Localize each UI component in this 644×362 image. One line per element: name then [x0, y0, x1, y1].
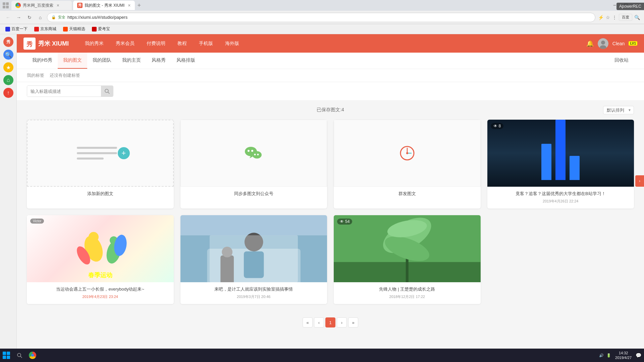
sort-dropdown-wrap: 默认排列 [603, 106, 634, 114]
card-add-info: 添加新的图文 [27, 187, 174, 201]
search-icon[interactable]: 🔍 [634, 15, 640, 20]
science-svg [180, 215, 327, 282]
start-sq-1 [3, 352, 6, 355]
grid-area: 已保存图文:4 默认排列 [17, 100, 644, 362]
ext-icon-share[interactable]: ↑ [3, 88, 13, 98]
ext-icon-bookmark[interactable]: ★ [3, 62, 13, 72]
taskbar-search[interactable] [14, 351, 25, 359]
add-line-3 [77, 158, 104, 160]
app-nav: 我的秀米 秀米会员 付费说明 教程 手机版 海外版 [79, 34, 586, 53]
taskbar-system-icons: 🔊 🔋 [599, 353, 611, 358]
tab-h5[interactable]: 我的H5秀 [27, 53, 58, 69]
card-group-send[interactable]: 群发图文 [334, 120, 481, 208]
wechat-icon [244, 145, 264, 162]
bookmark-baidu[interactable]: 百度一下 [4, 25, 29, 33]
ext-icon-1[interactable]: 秀 [3, 37, 13, 47]
search-input-wrap [27, 85, 113, 97]
taskbar-notification-icon[interactable]: 💬 [636, 353, 641, 358]
start-sq-2 [7, 352, 10, 355]
tab-style[interactable]: 风格秀 [146, 53, 171, 69]
bookmark-jd[interactable]: 京东商城 [33, 25, 58, 33]
content-tabs: 我的H5秀 我的图文 我的团队 我的主页 风格秀 风格排版 回收站 [17, 53, 644, 69]
chart-bar-3 [570, 156, 580, 180]
tmail-icon [63, 27, 68, 32]
home-button[interactable]: ⌂ [36, 13, 44, 21]
taskbar-chrome-center [31, 354, 34, 357]
back-button[interactable]: ← [4, 13, 12, 21]
lightning-icon[interactable]: ⚡ [598, 15, 604, 20]
page-last[interactable]: » [348, 317, 358, 327]
address-text[interactable]: https://xiumi.us/#/studio/papers [67, 15, 591, 20]
card-plant[interactable]: 👁 54 先锋人物 | 王楚楚的成长之路 2018年12月2日 17:22 [334, 215, 481, 304]
sports-bg: 春季运动 [27, 215, 174, 282]
address-bar[interactable]: 🔒 安全 https://xiumi.us/#/studio/papers [47, 13, 595, 22]
card-science[interactable]: 来吧，是计工人就应该到实验室搞搞事情 2019年3月7日 20:46 [180, 215, 327, 304]
sort-dropdown[interactable]: 默认排列 [603, 106, 634, 114]
taskbar-chrome[interactable] [26, 350, 39, 360]
tab-profile[interactable]: 我的主页 [117, 53, 146, 69]
taskbar-search-icon [17, 353, 22, 358]
plant-svg [334, 215, 481, 282]
baidu-search-button[interactable]: 百度 [619, 14, 632, 21]
tab-team[interactable]: 我的团队 [87, 53, 117, 69]
nav-payment[interactable]: 付费说明 [141, 34, 171, 53]
search-input[interactable] [27, 86, 101, 97]
right-float-tab[interactable]: › [635, 175, 644, 187]
browser-tab-2[interactable]: 秀 我的图文 - 秀米 XIUMI × [73, 1, 135, 10]
page-next[interactable]: › [337, 317, 347, 327]
svg-rect-26 [180, 235, 327, 282]
star-icon[interactable]: ☆ [606, 15, 610, 20]
bookmark-kaokao[interactable]: 爱考宝 [91, 25, 111, 33]
refresh-button[interactable]: ↻ [25, 13, 34, 21]
user-avatar[interactable] [598, 38, 608, 49]
bookmark-icon[interactable]: ⋮ [612, 15, 617, 20]
tab-1-close[interactable]: × [57, 3, 59, 8]
bookmark-baidu-label: 百度一下 [11, 26, 28, 32]
card-science-date: 2019年3月7日 20:46 [185, 294, 323, 299]
tab-ranking[interactable]: 风格排版 [171, 53, 201, 69]
browser-tab-1[interactable]: 秀米网_百度搜索 × [11, 1, 72, 10]
card-sports[interactable]: 春季运动 Victor 当运动会遇上五一小长假，everybody动起来~ 20… [27, 215, 174, 304]
tab-recycle[interactable]: 回收站 [609, 53, 634, 69]
ext-icon-search[interactable]: 🔍 [3, 50, 13, 60]
tag-bar: 我的标签 还没有创建标签 [17, 69, 644, 82]
nav-mobile[interactable]: 手机版 [193, 34, 219, 53]
bookmark-tmail-label: 天猫精选 [69, 26, 85, 32]
card-wechat-sync[interactable]: 同步多图文到公众号 [180, 120, 327, 208]
nav-tutorial[interactable]: 教程 [171, 34, 193, 53]
add-button-icon[interactable]: + [118, 147, 130, 159]
victor-label: Victor [33, 219, 41, 223]
tab-2-close[interactable]: × [128, 3, 130, 8]
taskbar-volume-icon[interactable]: 🔊 [599, 353, 604, 358]
nav-vip[interactable]: 秀米会员 [110, 34, 141, 53]
search-button[interactable] [101, 86, 113, 97]
taskbar-right: 🔊 🔋 14:32 2019/4/27 💬 [599, 351, 641, 360]
new-tab-button[interactable]: + [138, 2, 141, 9]
view-count-number: 8 [499, 124, 501, 128]
notification-bell[interactable]: 🔔 [586, 40, 594, 47]
ext-icon-home[interactable]: ⌂ [3, 75, 13, 85]
svg-text:秀: 秀 [26, 41, 33, 48]
bookmark-tmail[interactable]: 天猫精选 [62, 25, 87, 33]
start-button[interactable] [3, 352, 10, 359]
nav-overseas[interactable]: 海外版 [219, 34, 245, 53]
window-grid-icon[interactable] [3, 2, 9, 8]
page-prev[interactable]: ‹ [314, 317, 324, 327]
tab-papers[interactable]: 我的图文 [58, 53, 87, 69]
user-name: Clean [612, 41, 625, 46]
browser-sidebar: 秀 🔍 ★ ⌂ ↑ ⚙ [0, 34, 17, 362]
svg-line-6 [108, 92, 109, 94]
card-chart[interactable]: 👁 8 竟客？追客？这届优秀的大学生都在B站学习！ 2019年4月26日 22:… [487, 120, 634, 208]
card-add-new[interactable]: + 添加新的图文 [27, 120, 174, 208]
nav-my-xiumi[interactable]: 我的秀米 [79, 34, 110, 53]
my-tags-label: 我的标签 [27, 72, 44, 78]
svg-rect-29 [244, 251, 264, 278]
card-plant-info: 先锋人物 | 王楚楚的成长之路 2018年12月2日 17:22 [334, 282, 481, 304]
forward-button[interactable]: → [15, 13, 23, 21]
bookmark-kaokao-label: 爱考宝 [98, 26, 110, 32]
page-current[interactable]: 1 [325, 317, 335, 327]
add-line-2 [77, 152, 117, 154]
page-first[interactable]: « [303, 317, 313, 327]
cards-grid-row2: 春季运动 Victor 当运动会遇上五一小长假，everybody动起来~ 20… [27, 215, 634, 304]
chart-bg [487, 120, 634, 187]
